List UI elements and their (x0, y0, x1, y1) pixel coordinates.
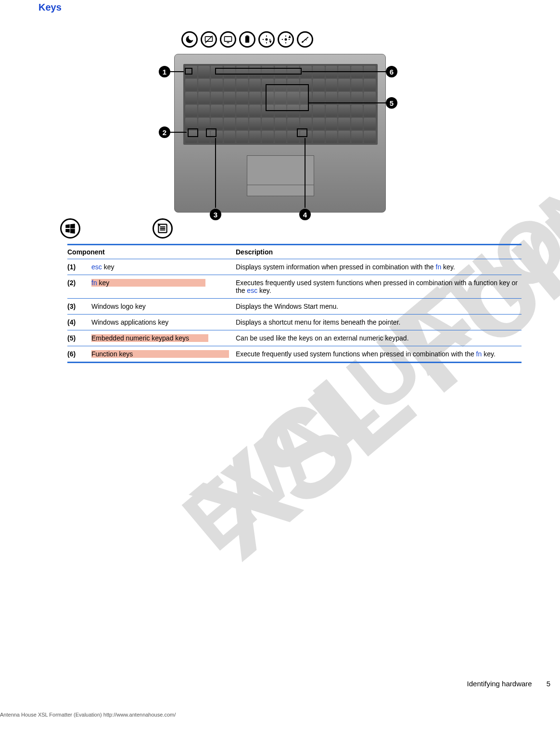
section-title: Keys (38, 0, 560, 13)
hl-fnrow (215, 68, 302, 75)
table-row: (4)Windows applications keyDisplays a sh… (67, 315, 522, 330)
windows-logo-icon (60, 218, 80, 239)
text: Displays the Windows Start menu. (236, 302, 338, 310)
table-row: (5)Embedded numeric keypad keysCan be us… (67, 330, 522, 346)
svg-point-17 (302, 41, 303, 42)
footer-page: 5 (547, 680, 550, 688)
link-text[interactable]: esc (91, 263, 102, 271)
brightness-down-icon: ▼ (258, 31, 275, 48)
text: key. (257, 287, 271, 294)
svg-point-5 (266, 38, 268, 41)
row-description: Displays the Windows Start menu. (236, 299, 522, 315)
text: key. (482, 350, 496, 358)
row-component: esc key (91, 259, 236, 275)
svg-text:▲: ▲ (287, 35, 291, 39)
row-component: Function keys (91, 346, 236, 363)
svg-point-11 (285, 38, 287, 41)
row-component: fn key (91, 275, 236, 299)
row-description: Execute frequently used system functions… (236, 346, 522, 363)
svg-rect-4 (246, 36, 249, 37)
hl-wrap: Embedded numeric keypad keys (91, 334, 208, 342)
text: Displays system information when pressed… (236, 263, 436, 271)
link-text[interactable]: fn (436, 263, 442, 271)
row-number: (5) (67, 330, 91, 346)
row-number: (1) (67, 259, 91, 275)
table-row: (1)esc keyDisplays system information wh… (67, 259, 522, 275)
text: key. (441, 263, 455, 271)
link-text[interactable]: fn (91, 279, 97, 287)
keyboard-figure: ▼ ▲ /* noop - keys generated below via p… (145, 18, 415, 225)
callout-1: 1 (159, 66, 170, 77)
svg-text:▼: ▼ (268, 39, 271, 44)
hl-esc (185, 68, 192, 75)
text: Function keys (91, 350, 133, 358)
link-text[interactable]: fn (476, 350, 482, 358)
hl-wrap: fn key (91, 279, 205, 287)
callout-5: 5 (386, 97, 397, 109)
moon-icon (181, 31, 198, 48)
row-component: Windows applications key (91, 315, 236, 330)
svg-rect-2 (225, 37, 232, 41)
keys-table: Component Description (1)esc keyDisplays… (67, 244, 522, 363)
hl-wrap: Function keys (91, 350, 229, 358)
link-text[interactable]: esc (247, 287, 257, 294)
callout-3: 3 (210, 209, 221, 220)
th-description: Description (236, 245, 522, 259)
hl-keypad (266, 84, 309, 111)
hl-fn (188, 128, 198, 137)
row-description: Can be used like the keys on an external… (236, 330, 522, 346)
battery-icon (239, 31, 255, 48)
row-description: Displays a shortcut menu for items benea… (236, 315, 522, 330)
row-description: Executes frequently used system function… (236, 275, 522, 299)
text: Windows applications key (91, 318, 168, 326)
th-component: Component (67, 245, 236, 259)
display-icon (220, 31, 236, 48)
text: Windows logo key (91, 302, 146, 310)
footer-eval: Antenna House XSL Formatter (Evaluation)… (0, 712, 176, 718)
text: Execute frequently used system functions… (236, 350, 476, 358)
text: Can be used like the keys on an external… (236, 334, 409, 342)
row-number: (6) (67, 346, 91, 363)
context-menu-icon (153, 218, 173, 239)
callout-4: 4 (299, 209, 311, 220)
footer-section: Identifying hardware (467, 680, 532, 688)
text: Displays a shortcut menu for items benea… (236, 318, 400, 326)
text: key (97, 279, 110, 287)
text: key (102, 263, 115, 271)
text: Embedded numeric keypad keys (91, 334, 189, 342)
row-description: Displays system information when pressed… (236, 259, 522, 275)
callout-6: 6 (386, 66, 397, 77)
callout-2: 2 (159, 126, 170, 138)
table-row: (3)Windows logo keyDisplays the Windows … (67, 299, 522, 315)
table-row: (6)Function keysExecute frequently used … (67, 346, 522, 363)
display-off-icon (201, 31, 217, 48)
svg-rect-3 (245, 36, 249, 42)
text: Executes frequently used system function… (236, 279, 518, 294)
wireless-icon (297, 31, 313, 48)
brightness-up-icon: ▲ (278, 31, 294, 48)
row-number: (2) (67, 275, 91, 299)
row-number: (4) (67, 315, 91, 330)
hl-apps (297, 128, 307, 137)
row-component: Embedded numeric keypad keys (91, 330, 236, 346)
hl-win (206, 128, 216, 137)
row-number: (3) (67, 299, 91, 315)
table-row: (2)fn keyExecutes frequently used system… (67, 275, 522, 299)
row-component: Windows logo key (91, 299, 236, 315)
